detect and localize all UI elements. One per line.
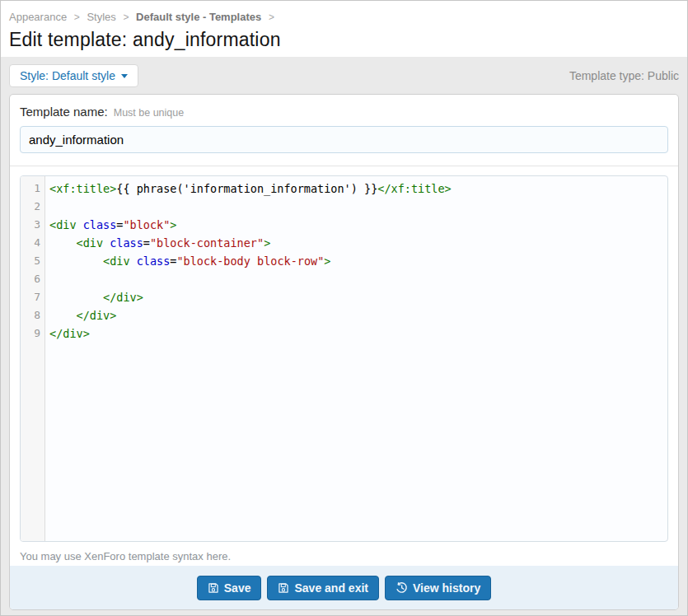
editor-section: 123456789 <xf:title>{{ phrase('informati… — [10, 166, 678, 566]
breadcrumb-separator: > — [269, 12, 274, 23]
code-line[interactable]: </div> — [49, 306, 667, 324]
template-name-input[interactable] — [20, 126, 668, 153]
breadcrumb: Appearance > Styles > Default style - Te… — [9, 11, 679, 23]
code-editor[interactable]: 123456789 <xf:title>{{ phrase('informati… — [20, 175, 668, 542]
code-line[interactable]: <div class="block-body block-row"> — [49, 252, 667, 270]
footer-bar: Save Save and exit View history — [10, 566, 678, 609]
code-line[interactable]: <div class="block"> — [49, 216, 667, 234]
history-icon — [395, 581, 408, 594]
template-name-hint: Must be unique — [114, 107, 184, 119]
code-line[interactable]: </div> — [49, 288, 667, 306]
save-icon — [278, 582, 289, 594]
breadcrumb-styles[interactable]: Styles — [87, 11, 115, 23]
editor-gutter: 123456789 — [21, 176, 45, 541]
save-and-exit-button[interactable]: Save and exit — [267, 576, 379, 600]
save-and-exit-button-label: Save and exit — [294, 581, 368, 595]
code-line[interactable]: <xf:title>{{ phrase('information_informa… — [49, 180, 667, 198]
template-type-label: Template type: Public — [569, 69, 679, 82]
style-chooser-button[interactable]: Style: Default style — [9, 64, 138, 87]
save-button-label: Save — [224, 581, 251, 595]
template-name-section: Template name: Must be unique — [10, 95, 678, 166]
code-line[interactable] — [49, 198, 667, 216]
save-icon — [208, 582, 219, 594]
template-form-card: Template name: Must be unique 123456789 … — [9, 94, 679, 610]
code-line[interactable] — [49, 270, 667, 288]
template-name-label-row: Template name: Must be unique — [20, 105, 668, 119]
view-history-button-label: View history — [413, 581, 480, 595]
chevron-down-icon — [121, 74, 128, 78]
style-chooser-label: Style: Default style — [20, 69, 115, 82]
code-line[interactable]: </div> — [49, 324, 667, 343]
save-button[interactable]: Save — [197, 576, 262, 600]
page-title: Edit template: andy_information — [9, 29, 679, 51]
breadcrumb-separator: > — [74, 12, 80, 23]
view-history-button[interactable]: View history — [385, 576, 491, 600]
breadcrumb-default-style-templates[interactable]: Default style - Templates — [136, 11, 261, 23]
breadcrumb-separator: > — [123, 12, 129, 23]
template-name-label: Template name: — [20, 105, 108, 119]
code-line[interactable]: <div class="block-container"> — [49, 234, 667, 252]
context-bar: Style: Default style Template type: Publ… — [1, 57, 687, 94]
syntax-note: You may use XenForo template syntax here… — [20, 550, 668, 562]
page-header: Appearance > Styles > Default style - Te… — [1, 1, 687, 57]
edit-template-page: Appearance > Styles > Default style - Te… — [0, 0, 688, 616]
editor-code[interactable]: <xf:title>{{ phrase('information_informa… — [45, 176, 667, 541]
breadcrumb-appearance[interactable]: Appearance — [9, 11, 67, 23]
